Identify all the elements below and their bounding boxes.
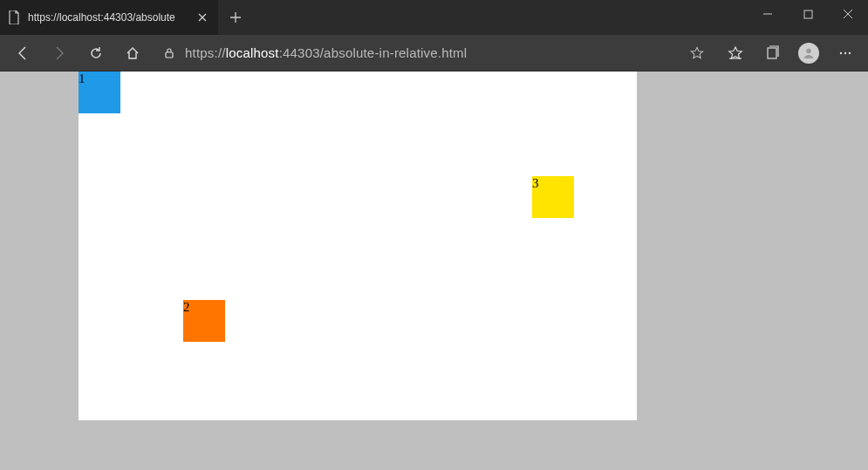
collections-icon[interactable] (755, 37, 789, 69)
avatar-icon (798, 43, 819, 64)
new-tab-button[interactable] (218, 0, 253, 35)
box-3: 3 (532, 176, 574, 218)
window-maximize-button[interactable] (788, 0, 828, 28)
more-menu-icon[interactable] (828, 37, 863, 69)
browser-viewport: 1 2 3 (0, 72, 868, 470)
window-controls (748, 0, 868, 28)
svg-point-6 (849, 51, 851, 53)
forward-button[interactable] (42, 37, 77, 69)
box-2: 2 (183, 300, 225, 342)
page-container: 1 2 3 (79, 72, 637, 420)
back-button[interactable] (5, 37, 40, 69)
box-1: 1 (79, 72, 120, 113)
svg-point-5 (844, 51, 846, 53)
url-host: localhost (226, 45, 279, 60)
browser-tab[interactable]: https://localhost:44303/absolute (0, 0, 218, 35)
svg-rect-0 (804, 10, 812, 18)
box-label: 2 (183, 300, 190, 314)
svg-rect-1 (166, 52, 173, 58)
profile-button[interactable] (791, 37, 826, 69)
box-label: 3 (532, 176, 539, 190)
page-icon (7, 10, 21, 24)
window-close-button[interactable] (828, 0, 868, 28)
url-protocol: https:// (185, 45, 226, 60)
refresh-button[interactable] (79, 37, 113, 69)
tab-title: https://localhost:44303/absolute (28, 11, 188, 24)
favorites-hub-icon[interactable] (718, 37, 753, 69)
address-bar[interactable]: https://localhost:44303/absolute-in-rela… (155, 39, 713, 67)
window-titlebar: https://localhost:44303/absolute (0, 0, 868, 35)
url-text: https://localhost:44303/absolute-in-rela… (185, 45, 467, 60)
window-minimize-button[interactable] (748, 0, 788, 28)
tab-close-icon[interactable] (195, 10, 209, 24)
box-label: 1 (79, 72, 85, 85)
svg-rect-2 (768, 48, 776, 58)
lock-icon (159, 47, 180, 59)
svg-point-4 (840, 51, 842, 53)
url-path: /absolute-in-relative.html (320, 45, 468, 60)
browser-toolbar: https://localhost:44303/absolute-in-rela… (0, 35, 868, 72)
home-button[interactable] (115, 37, 150, 69)
url-port: :44303 (279, 45, 320, 60)
svg-point-3 (806, 48, 811, 53)
favorite-icon[interactable] (685, 37, 709, 69)
